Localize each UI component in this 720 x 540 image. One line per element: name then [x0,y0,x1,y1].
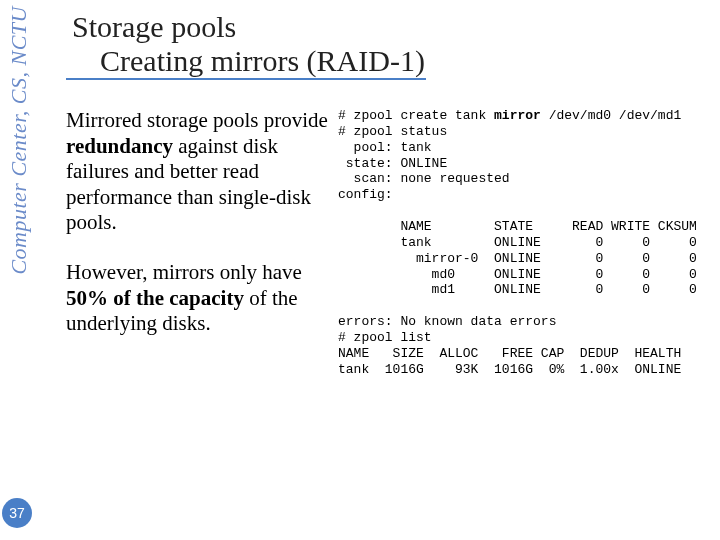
term-l14: errors: No known data errors [338,314,556,329]
term-l10: mirror-0 ONLINE 0 0 0 [338,251,697,266]
p2-text-a: However, mirrors only have [66,260,302,284]
term-l4: state: ONLINE [338,156,447,171]
terminal-output: # zpool create tank mirror /dev/md0 /dev… [338,108,710,378]
title-line-2: Creating mirrors (RAID-1) [66,44,426,80]
term-l11: md0 ONLINE 0 0 0 [338,267,697,282]
term-l1b: mirror [494,108,541,123]
term-l5: scan: none requested [338,171,510,186]
term-l8: NAME STATE READ WRITE CKSUM [338,219,697,234]
term-l16: NAME SIZE ALLOC FREE CAP DEDUP HEALTH [338,346,681,361]
term-l6: config: [338,187,393,202]
term-l1a: # zpool create tank [338,108,494,123]
term-l3: pool: tank [338,140,432,155]
p2-bold: 50% of the capacity [66,286,244,310]
title-line-1: Storage pools [66,10,710,44]
body-row: Mirrored storage pools provide redundanc… [66,108,710,378]
paragraph-2: However, mirrors only have 50% of the ca… [66,260,334,337]
title-block: Storage pools Creating mirrors (RAID-1) [66,10,710,80]
term-l2: # zpool status [338,124,447,139]
p1-text-a: Mirrored storage pools provide [66,108,328,132]
term-l12: md1 ONLINE 0 0 0 [338,282,697,297]
body-text: Mirrored storage pools provide redundanc… [66,108,334,361]
term-l9: tank ONLINE 0 0 0 [338,235,697,250]
p1-bold: redundancy [66,134,173,158]
slide: Computer Center, CS, NCTU 37 Storage poo… [0,0,720,540]
term-l17: tank 1016G 93K 1016G 0% 1.00x ONLINE [338,362,681,377]
slide-content: Storage pools Creating mirrors (RAID-1) … [66,10,710,530]
paragraph-1: Mirrored storage pools provide redundanc… [66,108,334,236]
term-l15: # zpool list [338,330,432,345]
page-number-badge: 37 [2,498,32,528]
sidebar-institution-label: Computer Center, CS, NCTU [6,6,32,275]
term-l1c: /dev/md0 /dev/md1 [541,108,681,123]
